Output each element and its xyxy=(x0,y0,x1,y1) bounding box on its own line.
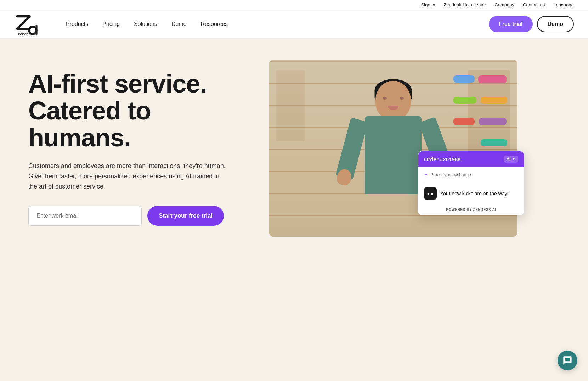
hero-subtitle: Customers and employees are more than in… xyxy=(28,161,227,191)
logo-link[interactable]: zendesk xyxy=(14,12,39,37)
eye-left xyxy=(383,97,387,100)
svg-text:zendesk: zendesk xyxy=(18,32,33,36)
nav-links: Products Pricing Solutions Demo Resource… xyxy=(60,18,489,30)
hero-content: AI-first service. Catered to humans. Cus… xyxy=(28,71,248,225)
shoe-red xyxy=(453,118,475,125)
shelf-unit-left xyxy=(276,70,305,141)
start-trial-button[interactable]: Start your free trial xyxy=(147,206,224,226)
chat-bubble-icon xyxy=(562,355,572,365)
powered-by-text: POWERED BY ZENDESK AI xyxy=(446,208,496,212)
sign-in-link[interactable]: Sign in xyxy=(421,2,435,7)
shoe-green xyxy=(453,97,476,104)
processing-text: Processing exchange xyxy=(430,172,471,177)
chat-footer: POWERED BY ZENDESK AI xyxy=(418,205,524,215)
free-trial-button[interactable]: Free trial xyxy=(489,16,533,32)
shoe-blue xyxy=(453,75,475,83)
shoe-teal xyxy=(481,139,507,146)
zendesk-logo: zendesk xyxy=(14,12,39,37)
shoe-purple xyxy=(479,118,507,125)
hero-section: AI-first service. Catered to humans. Cus… xyxy=(0,38,588,265)
hero-title-line3: humans. xyxy=(28,123,131,152)
nav-pricing[interactable]: Pricing xyxy=(97,18,125,30)
hero-title-line1: AI-first service. xyxy=(28,69,207,98)
demo-button[interactable]: Demo xyxy=(537,16,574,32)
smile xyxy=(388,106,398,110)
help-center-link[interactable]: Zendesk Help center xyxy=(443,2,486,7)
nav-resources[interactable]: Resources xyxy=(195,18,233,30)
hero-title: AI-first service. Catered to humans. xyxy=(28,71,248,151)
nav-demo[interactable]: Demo xyxy=(166,18,192,30)
top-utility-bar: Sign in Zendesk Help center Company Cont… xyxy=(0,0,588,10)
bot-eyes: ■ ■ xyxy=(427,192,434,196)
person-head xyxy=(375,81,411,120)
processing-row: ✦ Processing exchange xyxy=(424,172,518,182)
email-input[interactable] xyxy=(28,206,142,226)
company-link[interactable]: Company xyxy=(494,2,514,7)
eye-right xyxy=(400,97,404,100)
hero-title-line2: Catered to xyxy=(28,96,151,125)
nav-products[interactable]: Products xyxy=(60,18,94,30)
chat-message: Your new kicks are on the way! xyxy=(440,191,508,196)
nav-solutions[interactable]: Solutions xyxy=(128,18,163,30)
shoe-orange xyxy=(481,97,507,104)
main-navigation: zendesk Products Pricing Solutions Demo … xyxy=(0,10,588,38)
hero-visual: Order #201988 AI ✦ ✦ Processing exchange… xyxy=(269,60,517,237)
chat-widget-overlay: Order #201988 AI ✦ ✦ Processing exchange… xyxy=(418,151,524,215)
person-body xyxy=(365,116,422,194)
bot-avatar: ■ ■ xyxy=(424,187,437,200)
chat-body: ✦ Processing exchange ■ ■ Your new kicks… xyxy=(418,167,524,205)
contact-us-link[interactable]: Contact us xyxy=(523,2,545,7)
chat-bubble-button[interactable] xyxy=(558,351,577,370)
language-link[interactable]: Language xyxy=(553,2,574,7)
ai-badge: AI ✦ xyxy=(504,156,518,163)
nav-cta-buttons: Free trial Demo xyxy=(489,16,574,32)
chat-order-id: Order #201988 xyxy=(424,156,460,162)
hero-cta-row: Start your free trial xyxy=(28,206,248,226)
shoe-pink xyxy=(478,75,507,83)
chat-message-row: ■ ■ Your new kicks are on the way! xyxy=(424,187,518,200)
chat-header: Order #201988 AI ✦ xyxy=(418,151,524,167)
sparkle-icon: ✦ xyxy=(424,172,428,178)
